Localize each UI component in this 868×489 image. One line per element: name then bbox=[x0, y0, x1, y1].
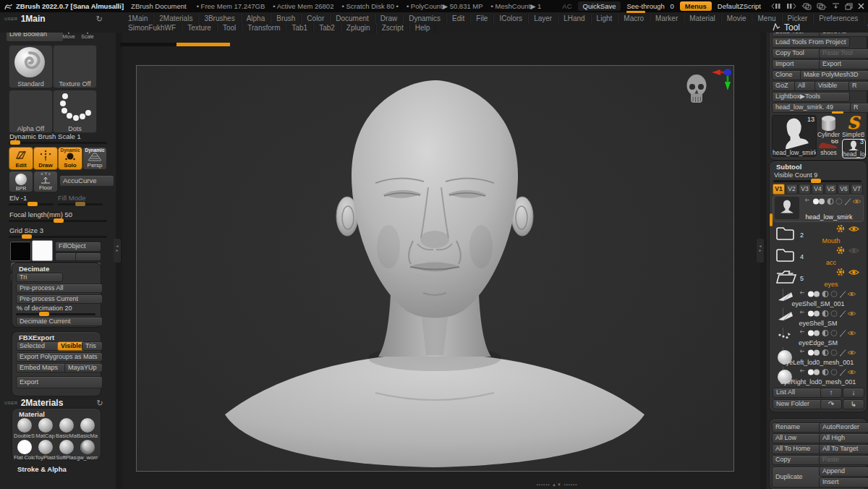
menu-simonfukhwf[interactable]: SimonFukhWF bbox=[123, 23, 182, 33]
see-through-slider[interactable]: See-through 0 bbox=[626, 2, 673, 11]
material-thumbnail[interactable]: ToyPlast bbox=[35, 439, 56, 461]
goz-r-button[interactable]: R bbox=[848, 81, 868, 91]
subtool-item[interactable]: eyeRight_lod0_mesh_001 bbox=[773, 367, 864, 386]
preprocess-all-button[interactable]: Pre-process All bbox=[16, 284, 103, 293]
menu-zscript[interactable]: Zscript bbox=[376, 23, 409, 33]
slider-handle[interactable] bbox=[54, 218, 64, 223]
subtool-tab-v5[interactable]: V5 bbox=[825, 184, 837, 195]
menu-file[interactable]: File bbox=[470, 14, 493, 24]
menu-tab2[interactable]: Tab2 bbox=[313, 23, 341, 33]
subtool-icon-strip[interactable] bbox=[799, 329, 856, 339]
left-palette-title[interactable]: 1Main bbox=[21, 14, 46, 24]
grid-size-slider[interactable] bbox=[9, 236, 107, 238]
materials-refresh-icon[interactable]: ↻ bbox=[96, 399, 103, 408]
menu-light[interactable]: Light bbox=[591, 14, 618, 24]
menu-document[interactable]: Document bbox=[330, 14, 375, 24]
viewport[interactable] bbox=[116, 20, 767, 489]
move-out-folder-button[interactable]: ↷ bbox=[820, 399, 842, 409]
subtool-icon-strip[interactable] bbox=[799, 349, 856, 358]
menu-movie[interactable]: Movie bbox=[721, 14, 752, 24]
folder-icon[interactable] bbox=[775, 269, 797, 286]
subtool-folder[interactable]: 5eyes bbox=[773, 267, 864, 289]
elv-slider[interactable] bbox=[9, 203, 54, 205]
menu-tab1[interactable]: Tab1 bbox=[286, 23, 313, 33]
visible-count-slider[interactable] bbox=[773, 180, 861, 182]
swatch-mini-button[interactable] bbox=[75, 252, 101, 261]
next-doc-icon[interactable] bbox=[786, 3, 796, 9]
prev-doc-icon[interactable] bbox=[771, 3, 781, 9]
paste-tool-button[interactable]: Paste Tool bbox=[819, 48, 868, 59]
main-color-swatch[interactable] bbox=[10, 242, 31, 261]
document-canvas[interactable] bbox=[136, 65, 734, 472]
menu-3brushes[interactable]: 3Brushes bbox=[198, 14, 240, 24]
autoreorder-button[interactable]: AutoReorder bbox=[819, 422, 868, 433]
slider-handle[interactable] bbox=[39, 312, 49, 316]
new-folder-button[interactable]: New Folder bbox=[773, 399, 825, 409]
eye-icon[interactable] bbox=[848, 268, 859, 278]
menu-zplugin[interactable]: Zplugin bbox=[341, 23, 376, 33]
tool-thumbnail-shoes[interactable]: 68 shoes bbox=[817, 140, 840, 156]
goz-visible-button[interactable]: Visible bbox=[814, 81, 854, 91]
close-icon[interactable] bbox=[858, 3, 864, 9]
tool-thumbnail-active[interactable]: 13 head_low_smirk bbox=[772, 115, 817, 157]
subtool-item[interactable]: eyeEdge_SM bbox=[773, 328, 864, 347]
menu-dynamics[interactable]: Dynamics bbox=[403, 14, 446, 24]
tool-palette-title[interactable]: Tool bbox=[784, 22, 800, 33]
make-polymesh3d-button[interactable]: Make PolyMesh3D bbox=[800, 70, 868, 80]
fbx-export-button[interactable]: Export bbox=[16, 376, 103, 388]
fbx-tris-button[interactable]: Tris bbox=[82, 341, 103, 351]
pct-decimation-slider[interactable] bbox=[16, 313, 95, 315]
slider-handle[interactable] bbox=[75, 202, 85, 206]
fill-mode-slider[interactable] bbox=[58, 203, 103, 205]
slider-handle[interactable] bbox=[22, 234, 32, 239]
paste-subtool-button[interactable]: Paste bbox=[819, 455, 868, 465]
menu-layer[interactable]: Layer bbox=[528, 14, 558, 24]
menu-edit[interactable]: Edit bbox=[446, 14, 470, 24]
load-tools-from-project-button[interactable]: Load Tools From Project bbox=[772, 38, 850, 48]
skull-view-icon[interactable] bbox=[683, 73, 710, 112]
lightbox-tools-button[interactable]: Lightbox▶Tools bbox=[772, 92, 850, 102]
menu-tool[interactable]: Tool bbox=[217, 23, 242, 33]
subtool-icon-strip[interactable] bbox=[799, 310, 856, 319]
material-thumbnail[interactable]: SoftPlas bbox=[56, 439, 77, 461]
subtool-folder[interactable]: 4acc bbox=[773, 245, 864, 267]
move-up-button[interactable]: ↑ bbox=[820, 388, 842, 398]
material-thumbnail[interactable]: gw_worn bbox=[77, 439, 98, 461]
alpha-selector[interactable]: Alpha Off bbox=[9, 90, 53, 133]
sculpt-head-model[interactable] bbox=[137, 66, 733, 471]
draw-button[interactable]: Draw bbox=[33, 147, 58, 170]
bpr-button[interactable]: BPR bbox=[9, 171, 33, 192]
move-down-button[interactable]: ↓ bbox=[843, 388, 864, 398]
preprocess-current-button[interactable]: Pre-process Current bbox=[16, 294, 103, 304]
menu-macro[interactable]: Macro bbox=[618, 14, 650, 24]
gear-icon[interactable] bbox=[836, 246, 845, 256]
dock-left-icon[interactable] bbox=[801, 3, 812, 10]
menu-brush[interactable]: Brush bbox=[271, 14, 301, 24]
accucurve-button[interactable]: AccuCurve bbox=[59, 175, 114, 187]
menu-texture[interactable]: Texture bbox=[182, 23, 217, 33]
all-low-button[interactable]: All Low bbox=[772, 433, 824, 443]
material-thumbnail[interactable]: Flat Colo bbox=[14, 439, 35, 461]
fbx-polygroups-button[interactable]: Export Polygroups as Mats bbox=[16, 352, 103, 362]
slider-handle[interactable] bbox=[811, 179, 821, 183]
active-tool-slider-handle[interactable] bbox=[832, 111, 843, 114]
subtool-item[interactable]: eyeLeft_lod0_mesh_001 bbox=[773, 347, 864, 367]
palette-refresh-icon[interactable]: ↻ bbox=[96, 14, 103, 24]
persp-button[interactable]: Dynamic Persp bbox=[82, 147, 107, 170]
gear-icon[interactable] bbox=[836, 268, 845, 278]
subtool-tab-v7[interactable]: V7 bbox=[851, 184, 863, 195]
edit-button[interactable]: Edit bbox=[9, 147, 33, 170]
move-into-folder-button[interactable]: ↳ bbox=[843, 399, 864, 409]
subtool-item[interactable]: eyeShell_SM_001 bbox=[773, 289, 864, 308]
subtool-icon-strip[interactable] bbox=[799, 368, 856, 378]
tool-import-button[interactable]: Import bbox=[772, 59, 824, 69]
brush-selector[interactable]: Standard bbox=[9, 45, 53, 88]
floor-button[interactable]: x Y z Floor bbox=[33, 171, 58, 192]
menu-1main[interactable]: 1Main bbox=[123, 14, 153, 24]
all-high-button[interactable]: All High bbox=[819, 433, 868, 443]
eye-icon[interactable] bbox=[848, 247, 859, 256]
subtool-item[interactable]: eyeShell_SM bbox=[773, 308, 864, 328]
restore-icon[interactable] bbox=[845, 3, 853, 10]
menu-2materials[interactable]: 2Materials bbox=[153, 14, 198, 24]
duplicate-button[interactable]: Duplicate bbox=[772, 467, 824, 488]
